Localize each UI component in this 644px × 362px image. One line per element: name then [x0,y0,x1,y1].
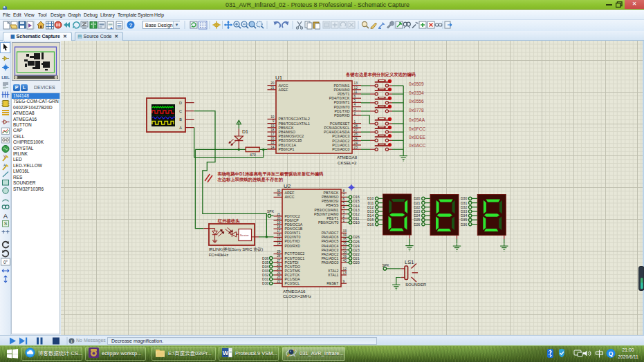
svg-text:D26: D26 [414,222,420,227]
svg-text:FC=40kHz: FC=40kHz [209,253,229,257]
svg-text:D15: D15 [353,199,360,203]
svg-text:3: 3 [343,211,345,214]
svg-text:PA2/ADC2: PA2/ADC2 [322,252,339,256]
svg-text:PD4/OC1B: PD4/OC1B [285,227,303,231]
svg-text:9: 9 [343,280,345,283]
svg-text:D21: D21 [414,201,420,205]
svg-text:PD7/OC2: PD7/OC2 [285,214,300,218]
svg-text:D25: D25 [353,240,360,244]
svg-text:PA0/ADC0: PA0/ADC0 [322,260,339,265]
svg-text:D20: D20 [414,196,420,200]
svg-text:PA6/ADC6: PA6/ADC6 [322,235,339,239]
svg-text:21: 21 [277,213,281,216]
svg-text:29: 29 [277,250,281,254]
svg-text:0x0556: 0x0556 [409,99,424,104]
svg-text:470: 470 [250,153,256,157]
svg-text:CLOCK=2MHz: CLOCK=2MHz [283,294,311,298]
svg-text:PD3/INT1: PD3/INT1 [285,231,301,235]
svg-text:PA3/ADC3: PA3/ADC3 [322,248,339,252]
svg-text:PC6/TOSC1: PC6/TOSC1 [285,256,305,260]
svg-text:PD1/TXD: PD1/TXD [285,239,300,243]
svg-text:AREF: AREF [285,191,295,195]
svg-text:34: 34 [343,234,347,237]
svg-text:红外接收头: 红外接收头 [217,218,241,224]
svg-text:7: 7 [343,193,345,197]
svg-text:PB1/OC1A: PB1/OC1A [279,143,297,147]
svg-text:17: 17 [277,229,281,233]
svg-text:0x0778: 0x0778 [409,108,424,113]
svg-text:15: 15 [270,141,275,144]
svg-text:PC0/ADC0: PC0/ADC0 [332,147,349,151]
svg-text:14: 14 [270,146,275,149]
svg-text:23: 23 [354,146,358,149]
svg-text:PB6/TOSC1/XTAL1: PB6/TOSC1/XTAL1 [279,122,310,126]
svg-text:32: 32 [277,189,281,193]
svg-text:W: W [223,350,229,356]
svg-text:6: 6 [343,198,345,201]
svg-text:LBL: LBL [1,75,10,79]
svg-text:D31: D31 [262,277,268,281]
svg-text:PC3/TMS: PC3/TMS [285,269,301,273]
svg-text:36: 36 [343,242,347,245]
svg-text:AREF: AREF [279,88,288,92]
svg-text:4: 4 [354,103,356,106]
svg-text:PB7/SCK: PB7/SCK [324,191,339,195]
svg-text:24: 24 [277,272,281,275]
svg-text:PB3/OC0/AIN1: PB3/OC0/AIN1 [315,208,339,212]
svg-text:PB0/ICP1: PB0/ICP1 [279,147,295,151]
svg-text:PD4/T0/XCK: PD4/T0/XCK [329,96,350,100]
svg-text:PB3/MOSI/OC2: PB3/MOSI/OC2 [279,134,304,138]
svg-text:19: 19 [277,221,281,225]
svg-text:PD0/RXD: PD0/RXD [285,244,301,248]
svg-text:XTAL1: XTAL1 [328,273,339,277]
svg-text:PD6/AIN0: PD6/AIN0 [333,88,349,92]
svg-text:1: 1 [354,120,356,124]
svg-text:B: B [179,117,182,122]
svg-text:SPK: SPK [267,209,275,213]
svg-text:38: 38 [343,251,347,254]
svg-text:XTAL2: XTAL2 [328,269,339,273]
svg-text:PA7/ADC7: PA7/ADC7 [322,231,339,235]
svg-text:D12: D12 [353,212,360,216]
svg-text:PB4/SS: PB4/SS [326,203,339,207]
svg-text:PA5/ADC5: PA5/ADC5 [322,239,339,243]
svg-text:D24: D24 [414,213,420,218]
svg-text:21: 21 [270,86,275,90]
svg-text:24: 24 [354,142,358,145]
svg-text:27: 27 [354,128,358,132]
svg-text:D31: D31 [461,201,467,205]
svg-text:D12: D12 [367,205,374,209]
svg-text:33: 33 [343,229,347,233]
svg-text:PC7/TOSC2: PC7/TOSC2 [285,251,305,256]
svg-text:39: 39 [343,255,347,258]
svg-text:PA4/ADC4: PA4/ADC4 [322,244,339,248]
svg-text:35: 35 [343,238,347,241]
svg-text:D14: D14 [367,213,374,218]
svg-text:D1: D1 [242,129,248,134]
svg-text:PC4/TDO: PC4/TDO [285,265,300,269]
svg-text:D34: D34 [461,213,467,218]
svg-text:D22: D22 [353,252,360,256]
svg-text:10: 10 [270,115,275,119]
svg-text:PD2/INT0: PD2/INT0 [285,235,301,239]
svg-text:28: 28 [277,254,281,258]
svg-text:SOUNDER: SOUNDER [405,283,427,287]
svg-text:A: A [179,126,182,130]
svg-text:D34: D34 [262,265,268,269]
svg-text:0x0509: 0x0509 [409,82,424,86]
svg-text:PC1/SDA: PC1/SDA [285,277,301,281]
svg-text:D35: D35 [461,218,467,222]
svg-text:5: 5 [343,202,345,205]
svg-text:U2: U2 [284,183,291,189]
svg-text:3: 3 [354,108,356,111]
svg-text:25: 25 [277,267,281,271]
svg-text:D16: D16 [353,195,360,199]
svg-text:各键右边是本例分别定义发送的编码: 各键右边是本例分别定义发送的编码 [345,72,416,77]
svg-text:D30: D30 [461,196,467,200]
svg-text:PB1/T1: PB1/T1 [326,216,338,220]
svg-text:D10: D10 [353,220,360,225]
svg-text:PC6/RESET: PC6/RESET [330,122,351,126]
svg-text:PC4/ADC4/SDA: PC4/ADC4/SDA [324,130,350,134]
svg-text:PD5/T1: PD5/T1 [338,92,350,96]
svg-text:30: 30 [277,193,281,197]
